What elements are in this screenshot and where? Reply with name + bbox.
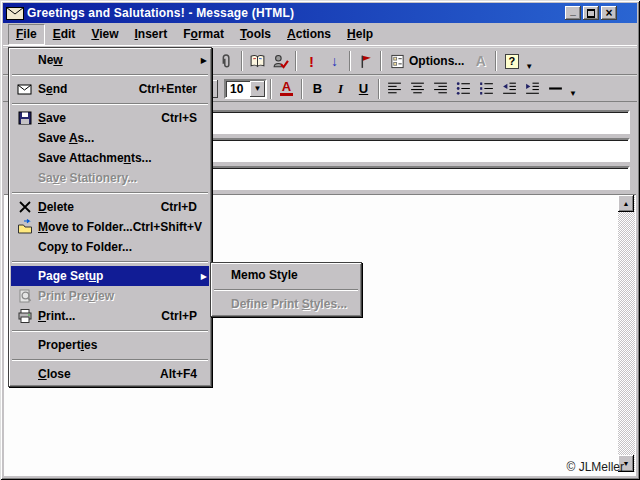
- options-icon: [390, 54, 405, 69]
- font-color-icon: A: [280, 81, 293, 96]
- more-buttons-icon[interactable]: ▼: [523, 62, 535, 71]
- window-title: Greetings and Salutations! - Message (HT…: [27, 6, 565, 20]
- decrease-indent-icon: [501, 80, 518, 97]
- credit-text: © JLMeller: [566, 460, 624, 474]
- menu-actions[interactable]: Actions: [279, 24, 339, 45]
- options-label: Options...: [409, 54, 464, 68]
- more-buttons-icon[interactable]: ▼: [567, 89, 579, 98]
- horizontal-rule-button[interactable]: [544, 78, 567, 100]
- minimize-button[interactable]: _: [565, 6, 581, 20]
- check-names-icon: [272, 53, 289, 70]
- menu-item-send[interactable]: Send Ctrl+Enter: [11, 79, 209, 99]
- paperclip-icon: [218, 53, 235, 70]
- align-right-button[interactable]: [429, 78, 452, 100]
- toolbar-separator: [378, 79, 380, 99]
- menu-item-close[interactable]: Close Alt+F4: [11, 364, 209, 384]
- decrease-indent-button[interactable]: [498, 78, 521, 100]
- menu-insert[interactable]: Insert: [127, 24, 176, 45]
- print-icon: [11, 308, 38, 324]
- help-icon: ?: [505, 54, 519, 69]
- bold-button[interactable]: B: [306, 78, 329, 100]
- submenu-item-define-print-styles[interactable]: Define Print Styles...: [213, 294, 359, 314]
- italic-button[interactable]: I: [329, 78, 352, 100]
- menu-item-properties[interactable]: Properties: [11, 335, 209, 355]
- close-button[interactable]: ×: [601, 6, 617, 20]
- menu-separator: [11, 99, 209, 108]
- menu-separator: [11, 326, 209, 335]
- horizontal-rule-icon: [547, 80, 564, 97]
- font-color-button[interactable]: A: [275, 78, 298, 100]
- help-button[interactable]: ?: [500, 50, 523, 72]
- menu-item-save-stationery[interactable]: Save Stationery...: [11, 168, 209, 188]
- align-left-icon: [386, 80, 403, 97]
- delete-icon: [11, 199, 38, 215]
- menu-item-print-preview[interactable]: Print Preview: [11, 286, 209, 306]
- menu-separator: [11, 355, 209, 364]
- flag-icon: [357, 53, 374, 70]
- menu-item-copy-to-folder[interactable]: Copy to Folder...: [11, 237, 209, 257]
- align-right-icon: [432, 80, 449, 97]
- letter-a-button[interactable]: A: [469, 50, 492, 72]
- send-icon: [11, 81, 38, 97]
- address-book-button[interactable]: [246, 50, 269, 72]
- menu-item-page-setup[interactable]: Page Setup ▶: [11, 266, 209, 286]
- toolbar-separator: [241, 51, 243, 71]
- message-window: Greetings and Salutations! - Message (HT…: [0, 0, 640, 480]
- increase-indent-icon: [524, 80, 541, 97]
- align-center-button[interactable]: [406, 78, 429, 100]
- toolbar-separator: [295, 51, 297, 71]
- address-book-icon: [249, 53, 266, 70]
- title-bar: Greetings and Salutations! - Message (HT…: [3, 3, 637, 23]
- importance-low-button[interactable]: ↓: [323, 50, 346, 72]
- submenu-arrow-icon: ▶: [195, 56, 207, 65]
- options-button[interactable]: Options...: [385, 50, 469, 72]
- menu-file[interactable]: File: [8, 24, 45, 45]
- numbering-button[interactable]: [475, 78, 498, 100]
- menu-help[interactable]: Help: [339, 24, 381, 45]
- menu-separator: [11, 257, 209, 266]
- importance-high-button[interactable]: !: [300, 50, 323, 72]
- vertical-scrollbar[interactable]: ▲ ▼: [618, 195, 635, 472]
- bullets-icon: [455, 80, 472, 97]
- importance-low-icon: ↓: [331, 53, 338, 69]
- flag-button[interactable]: [354, 50, 377, 72]
- menu-view[interactable]: View: [83, 24, 126, 45]
- menu-format[interactable]: Format: [175, 24, 232, 45]
- toolbar-separator: [380, 51, 382, 71]
- align-center-icon: [409, 80, 426, 97]
- restore-button[interactable]: [583, 6, 599, 20]
- menu-item-save[interactable]: Save Ctrl+S: [11, 108, 209, 128]
- menu-item-new[interactable]: New ▶: [11, 50, 209, 70]
- menu-item-save-attachments[interactable]: Save Attachments...: [11, 148, 209, 168]
- menu-item-delete[interactable]: Delete Ctrl+D: [11, 197, 209, 217]
- font-size-dropdown-button[interactable]: ▼: [250, 81, 265, 97]
- underline-button[interactable]: U: [352, 78, 375, 100]
- bullets-button[interactable]: [452, 78, 475, 100]
- menu-separator: [11, 188, 209, 197]
- menu-item-save-as[interactable]: Save As...: [11, 128, 209, 148]
- page-setup-submenu-popup: Memo Style Define Print Styles...: [210, 262, 362, 317]
- menu-tools[interactable]: Tools: [232, 24, 279, 45]
- save-icon: [11, 110, 38, 126]
- menu-bar: File Edit View Insert Format Tools Actio…: [3, 24, 637, 46]
- numbering-icon: [478, 80, 495, 97]
- toolbar-separator: [270, 79, 272, 99]
- align-left-button[interactable]: [383, 78, 406, 100]
- increase-indent-button[interactable]: [521, 78, 544, 100]
- submenu-item-memo-style[interactable]: Memo Style: [213, 265, 359, 285]
- font-size-value: 10: [226, 82, 250, 96]
- font-size-combo[interactable]: 10 ▼: [224, 79, 267, 99]
- toolbar-separator: [495, 51, 497, 71]
- check-names-button[interactable]: [269, 50, 292, 72]
- toolbar-separator: [349, 51, 351, 71]
- file-menu-popup: New ▶ Send Ctrl+Enter Save Ctrl+S Save A…: [8, 47, 212, 387]
- menu-item-print[interactable]: Print... Ctrl+P: [11, 306, 209, 326]
- menu-item-move-to-folder[interactable]: Move to Folder... Ctrl+Shift+V: [11, 217, 209, 237]
- importance-high-icon: !: [309, 53, 314, 70]
- window-controls: _ ×: [565, 6, 617, 20]
- attach-file-button[interactable]: [215, 50, 238, 72]
- scroll-up-icon: ▲: [623, 200, 630, 207]
- scroll-up-button[interactable]: ▲: [618, 195, 634, 212]
- print-preview-icon: [11, 288, 38, 304]
- menu-edit[interactable]: Edit: [45, 24, 84, 45]
